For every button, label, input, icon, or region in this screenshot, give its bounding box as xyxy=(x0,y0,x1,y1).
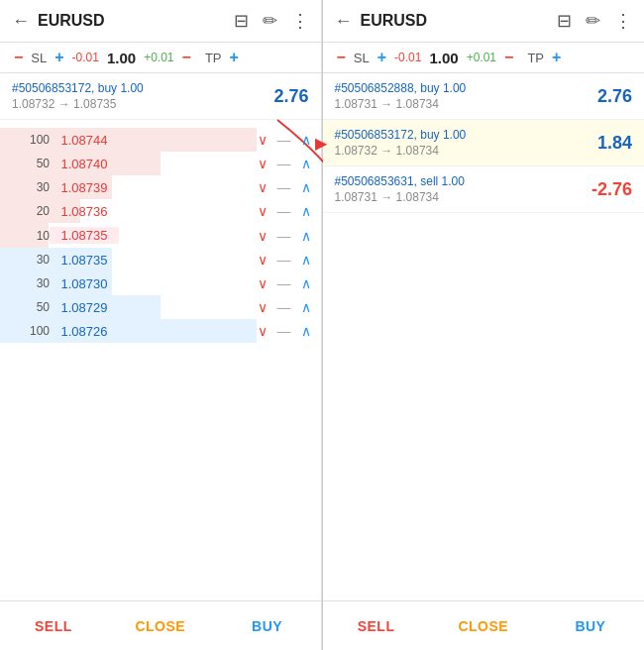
left-sl-value: 1.00 xyxy=(107,50,136,66)
sell-price-0: 1.08744 xyxy=(50,133,119,148)
buy-vol-3: 100 xyxy=(10,324,50,338)
right-more-icon[interactable]: ⋮ xyxy=(614,10,632,32)
left-sl-offset-pos: +0.01 xyxy=(144,51,173,64)
right-sl-offset-neg: -0.01 xyxy=(394,51,421,64)
right-sl-label: SL xyxy=(354,51,370,65)
left-panel-title: EURUSD xyxy=(38,12,226,30)
left-sl-minus[interactable]: − xyxy=(10,49,27,66)
right-tp-plus[interactable]: + xyxy=(548,49,565,66)
right-trade-pnl-1: 1.84 xyxy=(597,133,632,154)
buy-vol-0: 30 xyxy=(10,253,50,267)
buy-dash-3: — xyxy=(277,323,291,339)
right-trade-row-0[interactable]: #50506852888, buy 1.00 1.08731 → 1.08734… xyxy=(323,73,645,120)
right-trade-row-2[interactable]: #50506853631, sell 1.00 1.08731 → 1.0873… xyxy=(323,166,645,213)
sell-price-4: 1.08735 xyxy=(50,227,119,244)
buy-down-2[interactable]: ∨ xyxy=(258,299,268,315)
sell-price-3: 1.08736 xyxy=(50,204,119,219)
right-sl-minus[interactable]: − xyxy=(333,49,350,66)
sell-vol-2: 30 xyxy=(10,180,50,194)
right-buy-button[interactable]: BUY xyxy=(537,601,644,650)
sell-dash-2: — xyxy=(277,179,291,195)
left-header-icons: ⊟ ✏ ⋮ xyxy=(234,10,309,32)
right-trade-pnl-2: -2.76 xyxy=(591,179,632,200)
right-trade-rate-2: 1.08731 → 1.08734 xyxy=(335,190,591,204)
buy-down-0[interactable]: ∨ xyxy=(258,252,268,268)
left-more-icon[interactable]: ⋮ xyxy=(291,10,309,32)
left-panel: ← EURUSD ⊟ ✏ ⋮ − SL + -0.01 1.00 +0.01 −… xyxy=(0,0,322,650)
right-header-icons: ⊟ ✏ ⋮ xyxy=(557,10,632,32)
left-edit-icon[interactable]: ✏ xyxy=(263,10,277,32)
sell-vol-4: 10 xyxy=(10,229,50,243)
right-panel: ← EURUSD ⊟ ✏ ⋮ − SL + -0.01 1.00 +0.01 −… xyxy=(323,0,645,650)
sell-price-2: 1.08739 xyxy=(50,180,119,195)
buy-price-3: 1.08726 xyxy=(50,324,119,339)
sell-vol-0: 100 xyxy=(10,133,50,147)
buy-up-2[interactable]: ∧ xyxy=(301,299,311,315)
right-sl-plus[interactable]: + xyxy=(374,49,390,66)
left-header: ← EURUSD ⊟ ✏ ⋮ xyxy=(0,0,321,43)
buy-price-1: 1.08730 xyxy=(50,276,119,291)
right-trade-info-1: #50506853172, buy 1.00 1.08732 → 1.08734 xyxy=(335,128,597,158)
order-row-sell-1: 50 1.08740 ∨ — ∧ xyxy=(0,152,321,175)
left-sl-label: SL xyxy=(31,51,47,65)
sell-dash-3: — xyxy=(277,203,291,219)
right-sl-offset-pos: +0.01 xyxy=(467,51,496,64)
right-sl-value: 1.00 xyxy=(429,50,458,66)
sell-up-1[interactable]: ∧ xyxy=(301,156,311,171)
left-tp-minus[interactable]: − xyxy=(178,49,195,66)
sell-vol-3: 20 xyxy=(10,204,50,218)
sell-price-1: 1.08740 xyxy=(50,157,119,171)
order-row-buy-1: 30 1.08730 ∨ — ∧ xyxy=(0,271,321,295)
sell-up-3[interactable]: ∧ xyxy=(301,203,311,219)
right-edit-icon[interactable]: ✏ xyxy=(586,10,600,32)
right-trade-info-0: #50506852888, buy 1.00 1.08731 → 1.08734 xyxy=(335,81,597,111)
order-row-sell-3: 20 1.08736 ∨ — ∧ xyxy=(0,199,321,223)
buy-up-1[interactable]: ∧ xyxy=(301,275,311,291)
right-header: ← EURUSD ⊟ ✏ ⋮ xyxy=(323,0,645,43)
sell-down-3[interactable]: ∨ xyxy=(258,203,268,219)
sell-down-4[interactable]: ∨ xyxy=(258,228,268,244)
left-sell-button[interactable]: SELL xyxy=(0,601,107,650)
right-sell-button[interactable]: SELL xyxy=(323,601,430,650)
right-trade-id-0: #50506852888, buy 1.00 xyxy=(335,81,597,95)
buy-vol-2: 50 xyxy=(10,300,50,314)
sell-dash-1: — xyxy=(277,156,291,171)
right-back-button[interactable]: ← xyxy=(335,11,353,32)
buy-dash-0: — xyxy=(277,252,291,268)
order-row-sell-4: 10 1.08735 ∨ — ∧ xyxy=(0,223,321,248)
order-row-sell-0: 100 1.08744 ∨ — ∧ xyxy=(0,128,321,152)
left-tp-plus[interactable]: + xyxy=(226,49,243,66)
right-close-button[interactable]: CLOSE xyxy=(430,601,537,650)
left-database-icon[interactable]: ⊟ xyxy=(234,10,249,32)
sell-up-2[interactable]: ∧ xyxy=(301,179,311,195)
right-bottom-bar: SELL CLOSE BUY xyxy=(323,600,645,650)
buy-down-1[interactable]: ∨ xyxy=(258,275,268,291)
right-database-icon[interactable]: ⊟ xyxy=(557,10,572,32)
right-trade-row-1[interactable]: ▶ #50506853172, buy 1.00 1.08732 → 1.087… xyxy=(323,120,645,166)
right-sl-tp-bar: − SL + -0.01 1.00 +0.01 − TP + xyxy=(323,43,645,73)
left-bottom-bar: SELL CLOSE BUY xyxy=(0,600,321,650)
right-tp-label: TP xyxy=(527,51,544,65)
order-row-buy-3: 100 1.08726 ∨ — ∧ xyxy=(0,319,321,343)
buy-dash-2: — xyxy=(277,299,291,315)
buy-price-0: 1.08735 xyxy=(50,253,119,268)
sell-down-2[interactable]: ∨ xyxy=(258,179,268,195)
buy-vol-1: 30 xyxy=(10,276,50,290)
buy-up-3[interactable]: ∧ xyxy=(301,323,311,339)
buy-price-2: 1.08729 xyxy=(50,300,119,315)
buy-dash-1: — xyxy=(277,275,291,291)
left-buy-button[interactable]: BUY xyxy=(214,601,321,650)
left-sl-tp-bar: − SL + -0.01 1.00 +0.01 − TP + xyxy=(0,43,321,73)
left-trade-id-0: #50506853172, buy 1.00 xyxy=(12,81,273,95)
sell-dash-4: — xyxy=(277,228,291,244)
right-tp-minus[interactable]: − xyxy=(500,49,517,66)
buy-down-3[interactable]: ∨ xyxy=(258,323,268,339)
sell-down-0[interactable]: ∨ xyxy=(258,132,268,148)
buy-up-0[interactable]: ∧ xyxy=(301,252,311,268)
left-close-button[interactable]: CLOSE xyxy=(107,601,214,650)
left-sl-plus[interactable]: + xyxy=(51,49,67,66)
sell-up-4[interactable]: ∧ xyxy=(301,228,311,244)
sell-down-1[interactable]: ∨ xyxy=(258,156,268,171)
sell-up-0[interactable]: ∧ xyxy=(301,132,311,148)
left-back-button[interactable]: ← xyxy=(12,11,30,32)
